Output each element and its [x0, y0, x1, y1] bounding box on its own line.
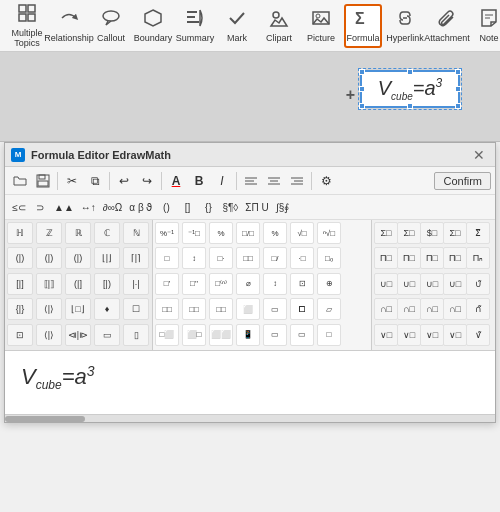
- toolbar-formula[interactable]: Σ Formula: [344, 4, 382, 48]
- sg2-d6[interactable]: ⧠: [290, 298, 314, 320]
- sg-d1[interactable]: ⊡: [7, 324, 33, 346]
- settings-btn[interactable]: ⚙: [315, 170, 337, 192]
- sym-alpha[interactable]: α β ϑ: [126, 197, 155, 217]
- rs-e3[interactable]: ∨□: [420, 324, 444, 346]
- editor-scrollbar[interactable]: [5, 414, 495, 422]
- sg-d5[interactable]: ▯: [123, 324, 149, 346]
- confirm-btn[interactable]: Confirm: [434, 172, 491, 190]
- sg2-d2[interactable]: □□: [182, 298, 206, 320]
- sg-p2[interactable]: (|): [36, 247, 62, 269]
- rs-e2[interactable]: ∨□: [397, 324, 421, 346]
- toolbar-clipart[interactable]: Clipart: [260, 4, 298, 48]
- sg-p4[interactable]: ⌊|⌋: [94, 247, 120, 269]
- sg2-e5[interactable]: ▭: [263, 324, 287, 346]
- sg2-d4[interactable]: ⬜: [236, 298, 260, 320]
- editor-close-btn[interactable]: ✕: [469, 147, 489, 163]
- resize-handle-ml[interactable]: [359, 86, 365, 92]
- sg2-b3[interactable]: □·: [209, 247, 233, 269]
- sg2-e2[interactable]: ⬜□: [182, 324, 206, 346]
- toolbar-multiple-topics[interactable]: MultipleTopics: [8, 4, 46, 48]
- align-right-btn[interactable]: [286, 170, 308, 192]
- sg-N[interactable]: ℕ: [123, 222, 149, 244]
- sg-c5[interactable]: ☐: [123, 298, 149, 320]
- rs-c2[interactable]: ∪□: [397, 273, 421, 295]
- sg-c2[interactable]: ⟨|⟩: [36, 298, 62, 320]
- sym-curly[interactable]: {}: [198, 197, 218, 217]
- toolbar-hyperlink[interactable]: Hyperlink: [386, 4, 424, 48]
- sg2-a7[interactable]: ⁿ√□: [317, 222, 341, 244]
- scrollbar-thumb[interactable]: [5, 416, 85, 422]
- text-color-btn[interactable]: A: [165, 170, 187, 192]
- rs-e4[interactable]: ∨□: [443, 324, 467, 346]
- sym-arrow[interactable]: ↔↑: [78, 197, 99, 217]
- sg2-c3[interactable]: □⁽ⁿ⁾: [209, 273, 233, 295]
- sg-p1[interactable]: (|): [7, 247, 33, 269]
- sym-misc[interactable]: §¶◊: [219, 197, 241, 217]
- sg2-e7[interactable]: □: [317, 324, 341, 346]
- sg2-a5[interactable]: %: [263, 222, 287, 244]
- sym-paren[interactable]: (): [156, 197, 176, 217]
- toolbar-attachment[interactable]: Attachment: [428, 4, 466, 48]
- sym-leq[interactable]: ≤⊂: [9, 197, 29, 217]
- sg2-a2[interactable]: ⁻¹□: [182, 222, 206, 244]
- sg2-b1[interactable]: □: [155, 247, 179, 269]
- sg2-c2[interactable]: □'': [182, 273, 206, 295]
- sg-R[interactable]: ℝ: [65, 222, 91, 244]
- resize-handle-bm[interactable]: [407, 103, 413, 109]
- sg-c1[interactable]: {|}: [7, 298, 33, 320]
- undo-btn[interactable]: ↩: [113, 170, 135, 192]
- sg2-a4[interactable]: □/□: [236, 222, 260, 244]
- resize-handle-br[interactable]: [455, 103, 461, 109]
- rs-a5[interactable]: Σ̃: [466, 222, 490, 244]
- sg2-a6[interactable]: √□: [290, 222, 314, 244]
- sg-H[interactable]: ℍ: [7, 222, 33, 244]
- sg2-c4[interactable]: ⌀: [236, 273, 260, 295]
- open-btn[interactable]: [9, 170, 31, 192]
- sg-Z[interactable]: ℤ: [36, 222, 62, 244]
- sg2-c1[interactable]: □': [155, 273, 179, 295]
- toolbar-summary[interactable]: Summary: [176, 4, 214, 48]
- sg2-b6[interactable]: ·□: [290, 247, 314, 269]
- sg-d4[interactable]: ▭: [94, 324, 120, 346]
- resize-handle-tl[interactable]: [359, 69, 365, 75]
- rs-c3[interactable]: ∪□: [420, 273, 444, 295]
- rs-b2[interactable]: Π□: [397, 247, 421, 269]
- align-left-btn[interactable]: [240, 170, 262, 192]
- add-formula-btn[interactable]: +: [346, 86, 355, 104]
- rs-a3[interactable]: $□: [420, 222, 444, 244]
- toolbar-mark[interactable]: Mark: [218, 4, 256, 48]
- rs-d1[interactable]: ∩□: [374, 298, 398, 320]
- resize-handle-tr[interactable]: [455, 69, 461, 75]
- sg2-e6[interactable]: ▭: [290, 324, 314, 346]
- rs-c5[interactable]: ∪̃: [466, 273, 490, 295]
- toolbar-boundary[interactable]: Boundary: [134, 4, 172, 48]
- rs-b1[interactable]: Π□: [374, 247, 398, 269]
- sg-b1[interactable]: [|]: [7, 273, 33, 295]
- sg-d3[interactable]: ⧏|⧐: [65, 324, 91, 346]
- cut-btn[interactable]: ✂: [61, 170, 83, 192]
- sg-p5[interactable]: ⌈|⌉: [123, 247, 149, 269]
- sym-box[interactable]: ▲▲: [51, 197, 77, 217]
- sg-c4[interactable]: ♦: [94, 298, 120, 320]
- rs-d2[interactable]: ∩□: [397, 298, 421, 320]
- rs-c1[interactable]: ∪□: [374, 273, 398, 295]
- sg-b3[interactable]: (|]: [65, 273, 91, 295]
- redo-btn[interactable]: ↪: [136, 170, 158, 192]
- sg-b5[interactable]: |·|: [123, 273, 149, 295]
- sym-inf[interactable]: ∂∞Ω: [100, 197, 126, 217]
- sym-bracket[interactable]: []: [177, 197, 197, 217]
- rs-e5[interactable]: ∨̃: [466, 324, 490, 346]
- rs-d4[interactable]: ∩□: [443, 298, 467, 320]
- sg2-a1[interactable]: %⁻¹: [155, 222, 179, 244]
- save-btn[interactable]: [32, 170, 54, 192]
- sg2-c5[interactable]: ↕: [263, 273, 287, 295]
- sg-d2[interactable]: ⟨|⟩: [36, 324, 62, 346]
- toolbar-picture[interactable]: Picture: [302, 4, 340, 48]
- toolbar-callout[interactable]: Callout: [92, 4, 130, 48]
- resize-handle-tm[interactable]: [407, 69, 413, 75]
- toolbar-note[interactable]: Note: [470, 4, 500, 48]
- rs-b4[interactable]: Π□: [443, 247, 467, 269]
- sym-integral[interactable]: ∫§∮: [273, 197, 293, 217]
- sg2-b4[interactable]: □□: [236, 247, 260, 269]
- sg2-e3[interactable]: ⬜⬜: [209, 324, 233, 346]
